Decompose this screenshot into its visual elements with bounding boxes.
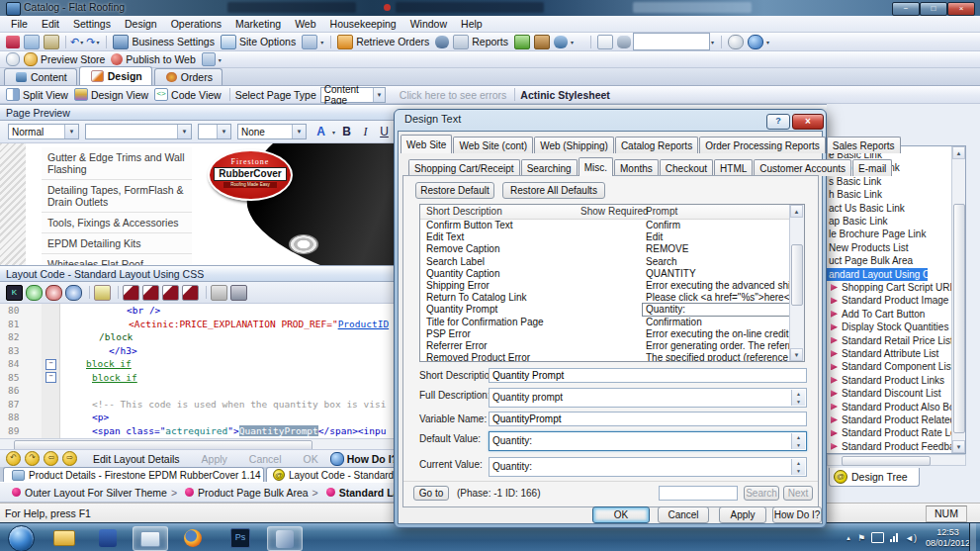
font-color-button[interactable]: A [312,124,329,140]
tree-item[interactable]: le Brochure Page Link [829,228,926,240]
network-signal-icon[interactable] [890,533,899,542]
checklist-icon[interactable] [597,35,613,49]
nav-item[interactable]: EPDM Detailing Kits [42,233,192,254]
fold-toggle-icon[interactable]: − [45,372,56,383]
zoom-icon[interactable] [26,285,43,301]
taskbar-clock[interactable]: 12:53 08/01/2012 [926,527,970,549]
nav-item[interactable]: Tools, Fixings & Accessories [42,213,192,233]
print-icon[interactable] [211,285,227,301]
tab-product-details[interactable]: Product Details - Firestone EPDM RubberC… [3,467,264,482]
nav-next-icon[interactable]: ⇨ [62,451,77,466]
variable-name-field[interactable] [489,412,807,426]
retrieve-orders-button[interactable]: Retrieve Orders [356,36,429,47]
retrieve-orders-icon[interactable] [337,35,353,49]
refresh-catalog-icon[interactable] [514,35,530,49]
next-bookmark-icon[interactable] [142,285,159,301]
default-value-field[interactable]: Quantity:▲▼ [489,431,807,451]
list-style-dropdown[interactable]: None ▼ [237,124,307,139]
design-tree-tab[interactable]: @ Design Tree [829,468,920,487]
scroll-down-icon[interactable]: ▼ [790,348,803,361]
menu-settings[interactable]: Settings [66,18,118,30]
scrollbar-thumb[interactable] [953,204,965,433]
search-button[interactable]: Search [744,486,779,501]
tab-months[interactable]: Months [614,159,659,176]
tree-item[interactable]: uct Page Bulk Area [829,254,913,267]
help-icon[interactable] [748,35,763,49]
tree-item[interactable]: Display Stock Quantities [842,321,948,332]
next-button[interactable]: Next [783,486,813,501]
how-do-i-link[interactable]: How Do I? [347,453,398,465]
customer-accounts-icon[interactable] [554,36,568,48]
taskbar-photoshop-icon[interactable]: Ps [223,526,257,549]
paste-icon[interactable] [44,35,59,49]
design-view-icon[interactable] [74,88,88,101]
split-view-button[interactable]: Split View [23,89,68,101]
tree-item[interactable]: Standard Product Related Proc [842,414,966,425]
start-button[interactable] [8,525,35,551]
action-center-flag-icon[interactable]: ⚑ [857,533,865,543]
tree-item[interactable]: ap Basic Link [829,215,887,228]
code-view-button[interactable]: Code View [171,89,222,101]
table-row[interactable]: Quantity CaptionQUANTITY [420,268,790,280]
tab-customer-accounts[interactable]: Customer Accounts [754,159,851,176]
stylesheet-link[interactable]: Actinic Stylesheet [520,89,609,101]
tab-web-site-cont[interactable]: Web Site (cont) [453,137,533,153]
preview-store-button[interactable]: Preview Store [41,53,105,65]
taskbar-firefox-icon[interactable] [176,526,210,549]
taskbar-actinic-icon[interactable] [267,526,303,551]
cancel-button[interactable]: Cancel [658,506,709,523]
apply-link[interactable]: Apply [202,453,227,465]
tab-catalog-reports[interactable]: Catalog Reports [615,137,698,153]
table-row[interactable]: Shipping ErrorError executing the advanc… [420,280,790,292]
tab-orders[interactable]: Orders [154,68,223,85]
menu-file[interactable]: File [4,18,35,30]
show-desktop-button[interactable] [969,523,976,551]
table-row[interactable]: Confirm Button TextConfirm [420,220,790,231]
package-icon[interactable] [534,35,550,49]
business-settings-button[interactable]: Business Settings [132,36,214,47]
ok-link[interactable]: OK [304,453,318,465]
taskbar-app-icon[interactable] [91,526,125,549]
table-row[interactable]: Removed Product ErrorThe specified produ… [420,352,790,362]
business-settings-icon[interactable] [113,35,129,49]
tree-vertical-scrollbar[interactable]: ▲ ▼ [951,146,965,453]
scroll-down-icon[interactable]: ▼ [952,440,965,453]
table-row[interactable]: Search LabelSearch [420,256,790,268]
copy-icon[interactable] [24,35,40,49]
volume-icon[interactable]: ◄) [905,533,917,543]
tree-item[interactable]: New Products List [829,241,909,254]
nav-forward-icon[interactable]: ↷ [25,451,40,466]
publish-icon[interactable] [111,53,123,65]
page-type-dropdown[interactable]: Content Page ▼ [320,87,386,103]
code-mode-icon[interactable]: K [6,285,23,301]
preview-store-icon[interactable] [24,52,38,66]
preview-icon[interactable] [6,52,20,66]
prev-bookmark-icon[interactable] [162,285,179,301]
bookmark-icon[interactable] [123,285,139,301]
ok-button[interactable]: OK [592,506,650,523]
tree-item[interactable]: h Basic Link [829,188,882,201]
table-vertical-scrollbar[interactable]: ▲ ▼ [789,205,804,361]
tree-item[interactable]: Shopping Cart Script URL [842,282,955,293]
menu-web[interactable]: Web [288,18,322,30]
dialog-close-icon[interactable]: × [792,114,824,130]
nav-prev-icon[interactable]: ⇦ [44,451,58,466]
reports-button[interactable]: Reports [472,36,508,47]
tray-expand-icon[interactable]: ▲ [846,535,851,541]
tree-item[interactable]: Standard Retail Price List [842,335,953,346]
toolbar-search-input[interactable] [633,33,710,50]
close-button[interactable]: × [947,2,975,16]
redo-icon[interactable]: ↷ [86,36,95,48]
table-row[interactable]: Remove CaptionREMOVE [420,243,790,255]
indent-icon[interactable] [94,285,111,301]
info-icon[interactable] [728,35,744,49]
breadcrumb-item[interactable]: Product Page Bulk Area [198,487,309,499]
table-row[interactable]: PSP ErrorError executing the on-line cre… [420,328,790,340]
spinner-icon[interactable]: ▲▼ [791,390,805,406]
nav-item[interactable]: Gutter & Edge Trims and Wall Flashing [42,147,192,180]
taskbar-explorer-icon[interactable] [47,526,81,549]
site-options-button[interactable]: Site Options [239,36,296,47]
text-settings-table[interactable]: Short Description Show Required Prompt C… [419,204,805,362]
minimize-button[interactable]: − [892,2,920,16]
col-prompt[interactable]: Prompt [646,206,677,217]
